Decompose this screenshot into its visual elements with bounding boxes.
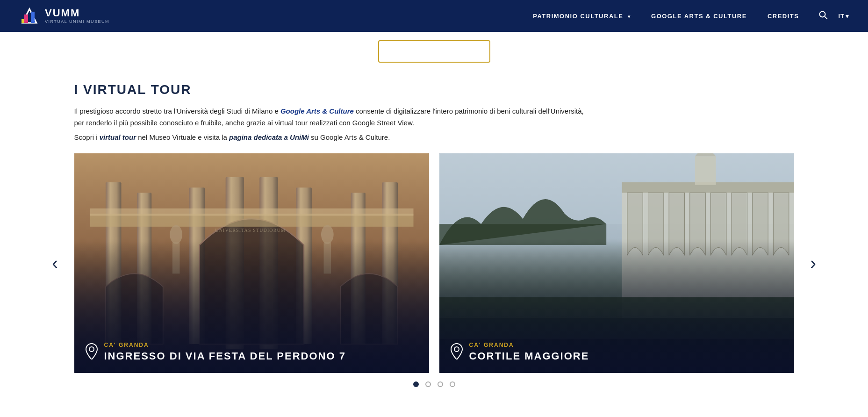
dropdown-arrow-icon: ▾: [628, 14, 631, 19]
carousel: ‹: [74, 153, 794, 373]
card-footer-2: CA' GRANDA CORTILE MAGGIORE: [439, 333, 794, 373]
desc-text-2: consente di digitalizzare l'intero patri…: [354, 107, 584, 115]
carousel-dot-3[interactable]: [438, 381, 443, 387]
card-location-1: CA' GRANDA INGRESSO DI VIA FESTA DEL PER…: [85, 342, 419, 363]
location-tag-1: CA' GRANDA: [104, 342, 346, 348]
tour-card-2[interactable]: CA' GRANDA CORTILE MAGGIORE: [439, 153, 794, 373]
svg-rect-4: [22, 19, 24, 23]
svg-rect-2: [24, 14, 28, 23]
desc-text-6: su Google Arts & Culture.: [309, 133, 390, 141]
carousel-inner: UNIVERSITAS STUDIORUM CA' GRANDA: [74, 153, 794, 373]
description-p2: Scopri i virtual tour nel Museo Virtuale…: [74, 132, 794, 144]
nav-item-google[interactable]: GOOGLE ARTS & CULTURE: [641, 12, 757, 20]
logo-text-block: VUMM VIRTUAL UNIMI MUSEUM: [45, 8, 109, 24]
section-title: I VIRTUAL TOUR: [74, 82, 794, 97]
desc-text-5: nel Museo Virtuale e visita la: [136, 133, 229, 141]
nav-link-credits[interactable]: CREDITS: [757, 13, 810, 20]
chevron-right-icon: ›: [810, 253, 816, 273]
lang-arrow-icon: ▾: [846, 13, 849, 20]
carousel-dots: [74, 373, 794, 398]
svg-point-36: [454, 347, 459, 352]
carousel-prev-button[interactable]: ‹: [43, 247, 68, 280]
carousel-dot-2[interactable]: [425, 381, 431, 387]
svg-point-25: [89, 347, 94, 352]
location-tag-2: CA' GRANDA: [469, 342, 589, 348]
logo-name: VUMM: [45, 7, 80, 19]
desc-text-3: per renderlo il più possibile conosciuto…: [74, 119, 415, 127]
location-name-1: INGRESSO DI VIA FESTA DEL PERDONO 7: [104, 350, 346, 362]
location-info-2: CA' GRANDA CORTILE MAGGIORE: [469, 342, 589, 362]
nav-link-patrimonio[interactable]: PATRIMONIO CULTURALE ▾: [523, 13, 641, 20]
desc-text-1: Il prestigioso accordo stretto tra l'Uni…: [74, 107, 280, 115]
location-info-1: CA' GRANDA INGRESSO DI VIA FESTA DEL PER…: [104, 342, 346, 362]
nav-icons: IT ▾: [817, 8, 849, 24]
top-bar: [0, 32, 868, 68]
svg-point-5: [820, 11, 825, 17]
carousel-next-button[interactable]: ›: [801, 247, 826, 280]
main-content: I VIRTUAL TOUR Il prestigioso accordo st…: [37, 68, 832, 398]
carousel-dot-1[interactable]: [413, 381, 419, 387]
top-cta-button[interactable]: [378, 40, 490, 63]
logo-link[interactable]: VUMM VIRTUAL UNIMI MUSEUM: [19, 5, 109, 27]
navbar: VUMM VIRTUAL UNIMI MUSEUM PATRIMONIO CUL…: [0, 0, 868, 32]
nav-links: PATRIMONIO CULTURALE ▾ GOOGLE ARTS & CUL…: [523, 12, 809, 20]
svg-line-6: [825, 16, 828, 19]
tour-card-1[interactable]: UNIVERSITAS STUDIORUM CA' GRANDA: [74, 153, 429, 373]
virtual-tour-link[interactable]: virtual tour: [100, 133, 136, 141]
logo-icon: [19, 5, 40, 27]
nav-link-google[interactable]: GOOGLE ARTS & CULTURE: [641, 13, 757, 20]
logo-subtitle: VIRTUAL UNIMI MUSEUM: [45, 19, 109, 24]
chevron-left-icon: ‹: [52, 253, 58, 273]
language-selector[interactable]: IT ▾: [838, 13, 849, 20]
card-footer-1: CA' GRANDA INGRESSO DI VIA FESTA DEL PER…: [74, 333, 429, 373]
svg-rect-3: [31, 12, 35, 23]
location-pin-icon-2: [450, 343, 464, 363]
carousel-dot-4[interactable]: [450, 381, 455, 387]
search-button[interactable]: [817, 8, 830, 24]
location-name-2: CORTILE MAGGIORE: [469, 350, 589, 362]
nav-item-credits[interactable]: CREDITS: [757, 12, 810, 20]
location-pin-icon-1: [85, 343, 99, 363]
card-location-2: CA' GRANDA CORTILE MAGGIORE: [450, 342, 784, 363]
desc-text-4: Scopri i: [74, 133, 100, 141]
google-arts-link[interactable]: Google Arts & Culture: [280, 107, 354, 115]
description-p1: Il prestigioso accordo stretto tra l'Uni…: [74, 106, 794, 129]
pagina-unimi-link[interactable]: pagina dedicata a UniMi: [229, 133, 309, 141]
nav-item-patrimonio[interactable]: PATRIMONIO CULTURALE ▾: [523, 12, 641, 20]
